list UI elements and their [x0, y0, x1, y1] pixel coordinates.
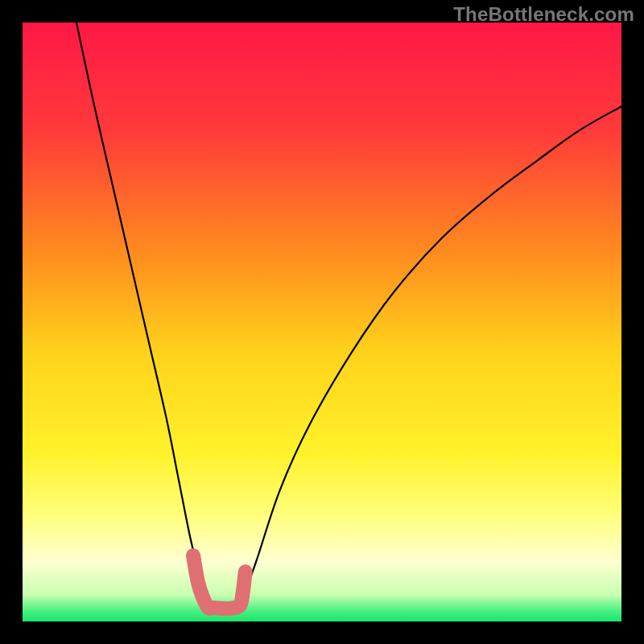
chart-frame: TheBottleneck.com [0, 0, 644, 644]
bottleneck-chart [23, 23, 621, 621]
plot-area [23, 23, 621, 621]
gradient-background [23, 23, 621, 621]
